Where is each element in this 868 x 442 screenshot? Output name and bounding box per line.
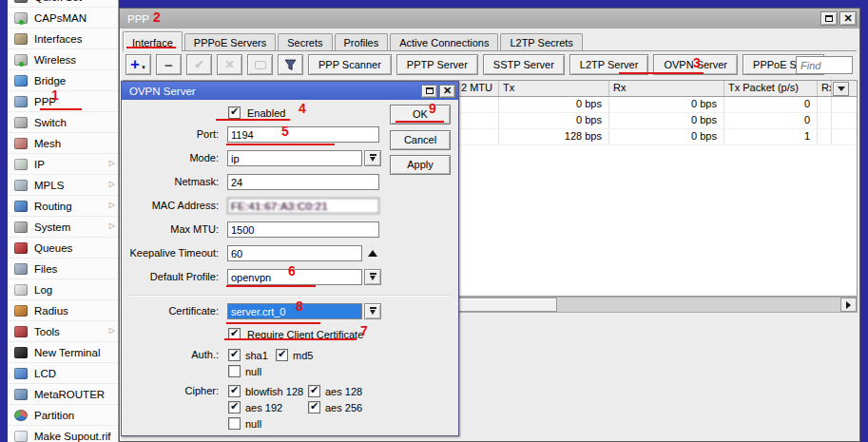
tab-profiles[interactable]: Profiles — [335, 33, 389, 50]
scroll-right-button[interactable] — [840, 298, 857, 312]
max-mtu-input[interactable] — [227, 221, 379, 238]
port-input[interactable] — [227, 126, 379, 143]
cipher-aes256-checkbox[interactable] — [308, 401, 320, 413]
cipher-aes128-label: aes 128 — [325, 386, 362, 398]
sidebar-item-interfaces[interactable]: Interfaces — [8, 29, 118, 49]
sidebar-item-files[interactable]: Files — [8, 259, 118, 279]
mode-dropdown-button[interactable] — [364, 150, 381, 166]
cipher-label: Cipher: — [124, 383, 222, 399]
sidebar-item-ip[interactable]: IP▷ — [8, 154, 118, 175]
maximize-button[interactable] — [820, 11, 838, 26]
dropdown-icon — [369, 307, 377, 316]
sidebar-item-label: MetaROUTER — [34, 389, 105, 400]
ovpn-server-dialog: OVPN Server ✕ Enabled Port: Mode: Netmas… — [121, 81, 459, 436]
sidebar-item-log[interactable]: Log — [8, 279, 118, 300]
cell-rx: 0 bps — [609, 97, 724, 112]
collapse-arrow-icon[interactable] — [368, 250, 377, 257]
cancel-button[interactable]: Cancel — [390, 130, 451, 150]
sidebar: Quick Set CAPsMAN Interfaces Wireless Br… — [8, 0, 119, 442]
filter-button[interactable] — [278, 54, 303, 75]
cell-tx-packet: 0 — [724, 97, 818, 112]
comment-button[interactable] — [247, 54, 273, 75]
auth-sha1-checkbox[interactable] — [228, 349, 241, 361]
tab-interface[interactable]: Interface — [123, 31, 183, 51]
funnel-icon — [284, 59, 297, 71]
mode-input[interactable] — [227, 150, 362, 166]
pptp-server-button[interactable]: PPTP Server — [396, 54, 478, 75]
column-header-tx[interactable]: Tx — [499, 81, 609, 96]
port-label: Port: — [124, 126, 222, 143]
sidebar-item-mesh[interactable]: Mesh — [8, 133, 118, 154]
sidebar-item-label: Radius — [34, 305, 68, 317]
sidebar-item-radius[interactable]: Radius — [8, 300, 118, 321]
tab-pppoe-servers[interactable]: PPPoE Servers — [184, 33, 276, 50]
tab-secrets[interactable]: Secrets — [278, 33, 332, 50]
ppp-window-titlebar[interactable]: PPP ✕ — [120, 9, 859, 29]
sidebar-item-routing[interactable]: Routing▷ — [8, 196, 118, 217]
auth-null-checkbox[interactable] — [228, 365, 241, 377]
sidebar-item-bridge[interactable]: Bridge — [8, 70, 118, 91]
dialog-titlebar[interactable]: OVPN Server ✕ — [122, 82, 458, 100]
sidebar-item-metarouter[interactable]: MetaROUTER — [8, 384, 118, 405]
certificate-label: Certificate: — [124, 303, 222, 319]
dialog-close-button[interactable]: ✕ — [439, 85, 455, 98]
require-client-certificate-checkbox[interactable] — [228, 328, 241, 340]
submenu-arrow-icon: ▷ — [109, 180, 115, 188]
sidebar-item-lcd[interactable]: LCD — [8, 363, 118, 384]
max-mtu-label: Max MTU: — [124, 221, 222, 238]
sidebar-item-system[interactable]: System▷ — [8, 217, 118, 238]
certificate-dropdown-button[interactable] — [364, 303, 381, 319]
sidebar-item-label: Mesh — [34, 138, 61, 149]
tab-l2tp-secrets[interactable]: L2TP Secrets — [500, 33, 582, 50]
sidebar-item-ppp[interactable]: PPP — [8, 91, 118, 112]
sidebar-item-queues[interactable]: Queues — [8, 238, 118, 259]
cipher-aes128-checkbox[interactable] — [308, 385, 320, 397]
sidebar-item-label: CAPsMAN — [34, 12, 87, 24]
ovpn-server-button[interactable]: OVPN Server — [653, 54, 738, 75]
add-button[interactable]: +▼ — [125, 54, 151, 75]
find-input[interactable] — [796, 56, 853, 74]
sidebar-item-wireless[interactable]: Wireless — [8, 49, 118, 70]
auth-md5-checkbox[interactable] — [276, 349, 288, 361]
maximize-icon — [426, 87, 434, 94]
sidebar-item-label: New Terminal — [34, 347, 100, 358]
netmask-input[interactable] — [227, 174, 379, 190]
default-profile-input[interactable] — [227, 269, 362, 285]
sidebar-item-capsman[interactable]: CAPsMAN — [8, 8, 118, 29]
sidebar-item-new-terminal[interactable]: New Terminal — [8, 342, 118, 363]
close-button[interactable]: ✕ — [839, 11, 857, 26]
sidebar-item-partition[interactable]: Partition — [8, 405, 118, 426]
cipher-aes192-checkbox[interactable] — [228, 401, 241, 413]
l2tp-server-button[interactable]: L2TP Server — [569, 54, 649, 75]
sidebar-item-quick-set[interactable]: Quick Set — [8, 0, 118, 8]
tab-active-connections[interactable]: Active Connections — [390, 33, 498, 50]
column-header-rx[interactable]: Rx — [609, 81, 724, 96]
mac-address-input[interactable] — [227, 198, 379, 214]
cipher-blowfish128-checkbox[interactable] — [228, 385, 241, 397]
ppp-scanner-button[interactable]: PPP Scanner — [308, 54, 392, 75]
sidebar-item-switch[interactable]: Switch — [8, 112, 118, 133]
column-sort-button[interactable] — [833, 82, 849, 96]
remove-button[interactable]: − — [156, 54, 182, 75]
submenu-arrow-icon: ▷ — [109, 221, 115, 230]
default-profile-dropdown-button[interactable] — [364, 269, 381, 285]
sstp-server-button[interactable]: SSTP Server — [483, 54, 565, 75]
enabled-checkbox[interactable] — [228, 106, 241, 119]
users-icon — [14, 305, 28, 317]
certificate-input[interactable] — [227, 303, 362, 319]
chevron-down-icon: ▼ — [141, 65, 146, 70]
sidebar-item-label: Bridge — [34, 75, 66, 86]
column-header-tx-packet[interactable]: Tx Packet (p/s) — [724, 81, 818, 96]
dialog-maximize-button[interactable] — [421, 85, 437, 98]
sort-arrow-icon — [838, 86, 845, 91]
ok-button[interactable]: OK — [390, 105, 451, 125]
enable-button[interactable]: ✔ — [186, 54, 212, 75]
sidebar-item-mpls[interactable]: MPLS▷ — [8, 175, 118, 196]
column-header-rx2[interactable]: Rx — [818, 81, 832, 96]
cipher-null-checkbox[interactable] — [228, 417, 241, 430]
sidebar-item-tools[interactable]: Tools▷ — [8, 321, 118, 342]
sidebar-item-make-supout[interactable]: Make Supout.rif — [8, 426, 118, 442]
keepalive-timeout-input[interactable] — [227, 245, 362, 261]
apply-button[interactable]: Apply — [390, 155, 451, 175]
disable-button[interactable]: ✕ — [217, 54, 242, 75]
